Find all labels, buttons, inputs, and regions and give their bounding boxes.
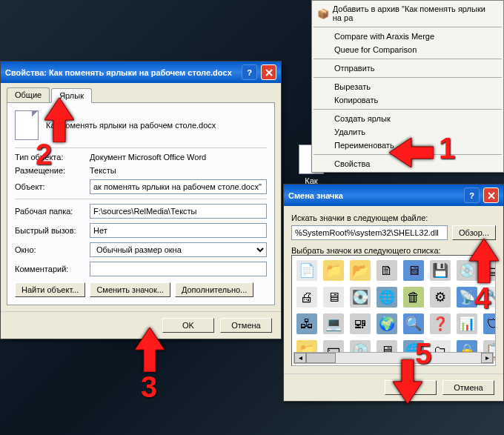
ctx-properties[interactable]: Свойства	[312, 157, 503, 170]
run-label: Окно:	[15, 245, 85, 254]
ctx-araxis-compare[interactable]: Compare with Araxis Merge	[312, 30, 503, 43]
advanced-button[interactable]: Дополнительно...	[175, 282, 253, 297]
hotkey-input[interactable]	[90, 223, 267, 238]
icon-item[interactable]: 🌍	[377, 313, 397, 334]
icon-item[interactable]: 🛡	[483, 313, 496, 334]
change-icon-dialog: Смена значка ? Искать значки в следующем…	[283, 184, 504, 402]
menu-separator	[314, 77, 502, 78]
titlebar[interactable]: Свойства: Как поменять ярлыки на рабочем…	[1, 62, 281, 83]
annotation-number-2: 2	[36, 138, 52, 171]
find-target-button[interactable]: Найти объект...	[15, 282, 85, 297]
context-menu: 📦 Добавить в архив "Как поменять ярлыки …	[311, 0, 504, 173]
separator	[15, 199, 267, 199]
ctx-araxis-queue[interactable]: Queue for Comparison	[312, 43, 503, 56]
icon-item[interactable]: 🖳	[350, 313, 371, 334]
scroll-thumb[interactable]	[306, 353, 336, 363]
ctx-delete[interactable]: Удалить	[312, 125, 503, 139]
icon-item[interactable]: 🔍	[403, 313, 424, 334]
ctx-create-shortcut[interactable]: Создать ярлык	[312, 112, 503, 125]
annotation-number-1: 1	[439, 132, 455, 165]
cancel-button[interactable]: Отмена	[442, 380, 494, 395]
icon-item[interactable]: 💽	[350, 287, 371, 308]
icon-list[interactable]: 📄 📁 📂 🗎 🖥 💾 💿 🖴 🖨 🖥 💽 🌐 🗑 ⚙ 📡 🔧 🖧 💻 🖳	[291, 255, 496, 366]
close-icon	[265, 68, 273, 77]
ctx-rename[interactable]: Переименовать	[312, 139, 503, 152]
cancel-button[interactable]: Отмена	[220, 318, 272, 333]
file-name-label: Как поменять ярлыки на рабочем столе.doc…	[46, 121, 216, 130]
icon-item[interactable]: 📂	[350, 260, 371, 281]
icon-path-input[interactable]	[291, 225, 448, 240]
target-input[interactable]	[90, 179, 267, 194]
icon-item[interactable]: 🖧	[296, 313, 317, 334]
type-value: Документ Microsoft Office Word	[90, 153, 206, 162]
comment-input[interactable]	[90, 262, 267, 276]
ctx-cut[interactable]: Вырезать	[312, 80, 503, 93]
icon-item[interactable]: 🗑	[403, 287, 424, 308]
icon-item[interactable]: 💾	[430, 260, 451, 281]
scroll-right-arrow[interactable]: ▸	[481, 353, 493, 363]
icon-item[interactable]: 📄	[296, 260, 317, 281]
ctx-send-to[interactable]: Отправить	[312, 62, 503, 75]
find-icons-label: Искать значки в следующем файле:	[291, 213, 496, 222]
ctx-add-to-archive[interactable]: 📦 Добавить в архив "Как поменять ярлыки …	[312, 2, 503, 24]
icon-item[interactable]: ⚙	[430, 287, 451, 308]
menu-separator	[314, 154, 502, 155]
icon-item[interactable]: 🗎	[377, 260, 397, 281]
icon-item[interactable]: 📁	[323, 260, 344, 281]
run-select[interactable]: Обычный размер окна	[90, 242, 267, 257]
icon-item[interactable]: 💻	[323, 313, 344, 334]
archive-icon: 📦	[316, 8, 330, 19]
select-icon-label: Выбрать значок из следующего списка:	[291, 246, 496, 255]
annotation-number-3: 3	[141, 371, 157, 404]
file-type-icon	[15, 110, 39, 140]
menu-separator	[314, 59, 502, 59]
ok-button[interactable]: OK	[162, 318, 214, 333]
hotkey-label: Быстрый вызов:	[15, 226, 85, 235]
browse-button[interactable]: Обзор...	[452, 225, 496, 240]
titlebar[interactable]: Смена значка ?	[284, 185, 503, 206]
ok-button[interactable]: OK	[385, 380, 437, 395]
location-value: Тексты	[90, 166, 116, 175]
window-title: Свойства: Как поменять ярлыки на рабочем…	[5, 68, 238, 77]
help-button[interactable]: ?	[242, 64, 257, 80]
workdir-input[interactable]	[90, 204, 267, 219]
workdir-label: Рабочая папка:	[15, 207, 85, 216]
annotation-number-5: 5	[415, 337, 431, 371]
properties-window: Свойства: Как поменять ярлыки на рабочем…	[0, 61, 282, 339]
tab-general[interactable]: Общие	[7, 87, 50, 102]
icon-item[interactable]: 🖥	[323, 287, 344, 308]
menu-separator	[314, 27, 502, 27]
help-button[interactable]: ?	[464, 187, 480, 203]
horizontal-scrollbar[interactable]: ◂ ▸	[294, 352, 494, 364]
tab-shortcut[interactable]: Ярлык	[51, 88, 92, 103]
target-label: Объект:	[15, 182, 85, 191]
icon-item[interactable]: 🖴	[483, 260, 496, 281]
dialog-title: Смена значка	[288, 191, 460, 200]
scroll-left-arrow[interactable]: ◂	[294, 353, 306, 363]
annotation-number-4: 4	[474, 282, 491, 315]
tab-content: Как поменять ярлыки на рабочем столе.doc…	[7, 102, 275, 305]
comment-label: Комментарий:	[15, 265, 85, 273]
icon-item[interactable]: 🖥	[403, 260, 424, 281]
tabs: Общие Ярлык	[1, 83, 281, 102]
close-button[interactable]	[483, 187, 499, 203]
close-icon	[487, 191, 496, 200]
icon-item[interactable]: 🌐	[377, 287, 397, 308]
change-icon-button[interactable]: Сменить значок...	[90, 282, 170, 297]
icon-item[interactable]: 📊	[457, 313, 477, 334]
icon-item[interactable]: 💿	[457, 260, 477, 281]
icon-item[interactable]: ❓	[430, 313, 451, 334]
close-button[interactable]	[261, 64, 276, 80]
icon-item[interactable]: 🖨	[296, 287, 317, 308]
ctx-copy[interactable]: Копировать	[312, 93, 503, 107]
menu-separator	[314, 109, 502, 110]
